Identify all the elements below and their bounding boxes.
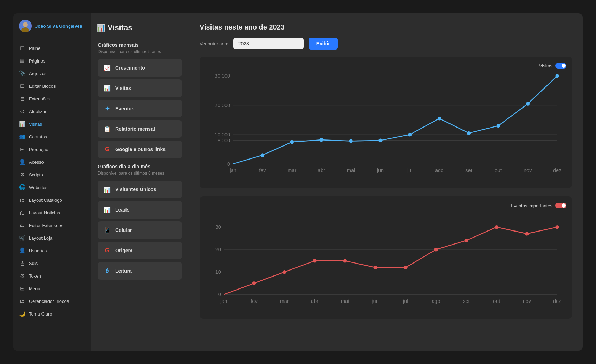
celular-button[interactable]: 📱 Celular <box>98 221 182 239</box>
chart2-legend-label: Eventos importantes <box>511 203 552 208</box>
sidebar-item-sqls[interactable]: 🗄 Sqls <box>13 257 91 269</box>
sqls-icon: 🗄 <box>19 260 25 266</box>
painel-icon: ⊞ <box>19 45 25 51</box>
user-profile[interactable]: João Silva Gonçalves <box>13 13 91 39</box>
year-input[interactable] <box>233 38 304 49</box>
chart2-toggle[interactable] <box>555 203 566 208</box>
sidebar-item-atualizar[interactable]: ⊙ Atualizar <box>13 105 91 118</box>
svg-text:jan: jan <box>229 168 236 173</box>
atualizar-icon: ⊙ <box>19 108 25 115</box>
monthly-buttons: 📈 Crescimento📊 Visitas✦ Eventos📋 Relatór… <box>98 59 182 158</box>
visitas-icon: 📊 <box>103 84 111 92</box>
sidebar-item-painel[interactable]: ⊞ Painel <box>13 42 91 54</box>
svg-text:10: 10 <box>215 269 221 275</box>
svg-text:0: 0 <box>227 161 230 167</box>
svg-text:abr: abr <box>311 298 318 304</box>
svg-text:nov: nov <box>523 298 531 304</box>
sidebar-item-editor-extensoes[interactable]: 🗂 Editor Extensões <box>13 219 91 232</box>
svg-text:nov: nov <box>524 168 532 173</box>
svg-text:20.000: 20.000 <box>215 103 230 108</box>
sidebar-item-tema-claro[interactable]: 🌙 Tema Claro <box>13 307 91 320</box>
svg-point-57 <box>283 270 286 274</box>
svg-point-25 <box>261 153 265 157</box>
crescimento-icon: 📈 <box>103 64 111 72</box>
sidebar-label-atualizar: Atualizar <box>29 109 47 114</box>
origem-button[interactable]: G Origem <box>98 242 182 259</box>
sidebar-item-menu[interactable]: ⊞ Menu <box>13 282 91 295</box>
svg-point-26 <box>290 140 294 144</box>
sidebar-item-paginas[interactable]: ▤ Páginas <box>13 54 91 67</box>
chart1-toggle[interactable] <box>555 63 566 69</box>
chart1-title: Visitas neste ano de 2023 <box>200 23 572 31</box>
tema-claro-icon: 🌙 <box>19 311 25 317</box>
leads-icon: 📊 <box>103 206 111 214</box>
svg-text:jun: jun <box>371 298 378 304</box>
sidebar-item-visitas[interactable]: 📊 Visitas <box>13 118 91 130</box>
username: João Silva Gonçalves <box>35 24 82 29</box>
daily-buttons: 📊 Visitantes Únicos📊 Leads📱 CelularG Ori… <box>98 181 182 280</box>
svg-text:abr: abr <box>318 168 325 173</box>
sidebar-item-scripts[interactable]: ⚙ Scripts <box>13 168 91 181</box>
svg-text:30.000: 30.000 <box>215 73 230 79</box>
left-panel: 📊 Visitas Gráficos mensais Disponível pa… <box>91 13 189 351</box>
svg-text:8.000: 8.000 <box>218 138 230 143</box>
google-outros-icon: G <box>103 145 111 153</box>
svg-point-28 <box>349 139 353 143</box>
sidebar-label-contatos: Contatos <box>29 134 47 139</box>
sidebar-label-visitas: Visitas <box>29 122 42 127</box>
chart1-legend: Visitas <box>205 63 566 69</box>
visitantes-unicos-button[interactable]: 📊 Visitantes Únicos <box>98 181 182 198</box>
daily-section-subtitle: Disponível para os últimos 6 meses <box>98 171 182 176</box>
sidebar-label-layout-loja: Layout Loja <box>29 235 52 241</box>
sidebar-item-token[interactable]: ⚙ Token <box>13 269 91 282</box>
sidebar-item-layout-noticias[interactable]: 🗂 Layout Noticias <box>13 206 91 219</box>
celular-icon: 📱 <box>103 226 111 234</box>
svg-point-61 <box>404 266 408 269</box>
sidebar-item-arquivos[interactable]: 📎 Arquivos <box>13 67 91 80</box>
crescimento-button[interactable]: 📈 Crescimento <box>98 59 182 77</box>
editor-extensoes-icon: 🗂 <box>19 222 25 228</box>
visitas-button[interactable]: 📊 Visitas <box>98 79 182 97</box>
layout-noticias-icon: 🗂 <box>19 209 25 216</box>
svg-point-27 <box>319 138 323 142</box>
visitas-icon: 📊 <box>19 121 25 127</box>
sidebar-item-layout-loja[interactable]: 🛒 Layout Loja <box>13 232 91 244</box>
svg-text:dez: dez <box>553 298 561 304</box>
layout-catalogo-icon: 🗂 <box>19 197 25 203</box>
sidebar-item-usuarios[interactable]: 👤 Usuários <box>13 244 91 257</box>
svg-point-29 <box>378 139 382 143</box>
sidebar-item-contatos[interactable]: 👥 Contatos <box>13 130 91 143</box>
celular-label: Celular <box>115 227 132 233</box>
svg-text:dez: dez <box>553 168 561 173</box>
sidebar-item-layout-catalogo[interactable]: 🗂 Layout Catálogo <box>13 194 91 206</box>
svg-text:mar: mar <box>287 168 296 173</box>
svg-text:mai: mai <box>341 298 349 304</box>
avatar <box>19 20 32 32</box>
contatos-icon: 👥 <box>19 134 25 140</box>
sidebar-label-gerenciador-blocos: Gerenciador Blocos <box>29 299 69 304</box>
gerenciador-blocos-icon: 🗂 <box>19 298 25 304</box>
page-icon: 📊 <box>98 25 104 31</box>
sidebar-item-editar-blocos[interactable]: ⊡ Editar Blocos <box>13 80 91 92</box>
sidebar-item-producao[interactable]: ⊟ Produção <box>13 143 91 156</box>
sidebar-label-layout-catalogo: Layout Catálogo <box>29 197 62 203</box>
sidebar-label-layout-noticias: Layout Noticias <box>29 210 60 215</box>
leitura-label: Leitura <box>115 268 132 274</box>
sidebar-item-websites[interactable]: 🌐 Websites <box>13 181 91 194</box>
sidebar-label-token: Token <box>29 273 41 279</box>
eventos-button[interactable]: ✦ Eventos <box>98 100 182 117</box>
sidebar-item-acesso[interactable]: 👤 Acesso <box>13 156 91 168</box>
exibir-button[interactable]: Exibir <box>309 38 338 50</box>
sidebar-label-painel: Painel <box>29 46 41 51</box>
sidebar-item-extensoes[interactable]: 🖥 Extensões <box>13 92 91 105</box>
sidebar-label-menu: Menu <box>29 286 40 291</box>
sidebar-nav: ⊞ Painel▤ Páginas📎 Arquivos⊡ Editar Bloc… <box>13 39 91 351</box>
sidebar-item-gerenciador-blocos[interactable]: 🗂 Gerenciador Blocos <box>13 295 91 307</box>
relatorio-mensal-button[interactable]: 📋 Relatório mensal <box>98 120 182 138</box>
leads-button[interactable]: 📊 Leads <box>98 201 182 219</box>
google-outros-button[interactable]: G Google e outros links <box>98 141 182 158</box>
svg-text:fev: fev <box>251 298 258 304</box>
leitura-button[interactable]: 🕯 Leitura <box>98 262 182 280</box>
chart2-container: Eventos importantes 0102030janfevmarabrm… <box>200 196 572 319</box>
svg-text:20: 20 <box>215 247 221 253</box>
